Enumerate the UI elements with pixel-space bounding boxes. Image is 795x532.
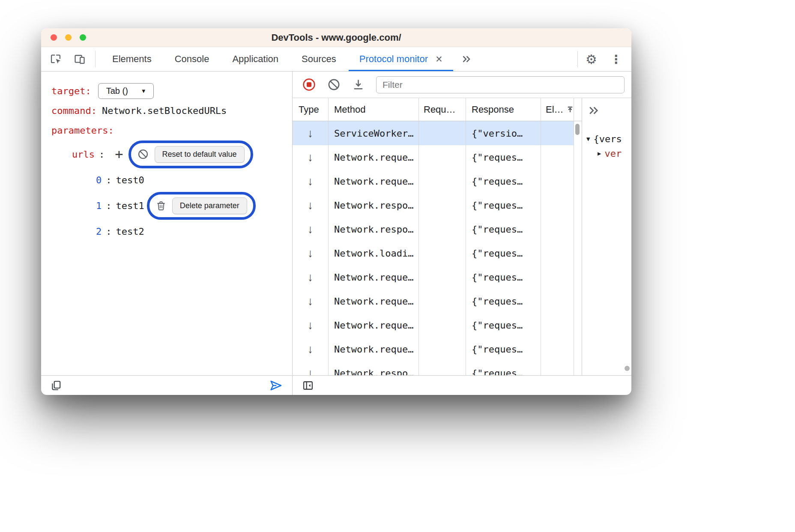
tab-protocol-monitor[interactable]: Protocol monitor × (348, 47, 454, 71)
column-header-type[interactable]: Type (293, 104, 328, 115)
received-arrow-icon: ↓ (308, 320, 314, 331)
table-row[interactable]: ↓ Network.reque… {"reques… (293, 265, 574, 289)
toggle-sidebar-icon[interactable] (302, 380, 314, 392)
row-response: {"reques… (466, 272, 541, 283)
reset-to-default-button[interactable]: Reset to default value (155, 146, 245, 163)
send-command-icon[interactable] (269, 379, 283, 392)
row-method: Network.reque… (328, 344, 418, 355)
command-editor-panel: target: Tab () ▼ command: Network.setBlo… (41, 72, 293, 395)
param-value[interactable]: test2 (116, 226, 144, 237)
toolbar-left-icons (41, 47, 95, 71)
zoom-window-button[interactable] (80, 34, 86, 41)
received-arrow-icon: ↓ (308, 272, 314, 283)
kebab-menu-icon[interactable]: ⋮ (605, 52, 627, 66)
protocol-monitor-panel: Type Method Requ… Response El… (293, 72, 631, 395)
panel-tabs: Elements Console Application Sources Pro… (101, 47, 454, 71)
received-arrow-icon: ↓ (308, 176, 314, 187)
param-row-0: 0 : test0 (51, 168, 292, 191)
sidebar-scrollbar-thumb[interactable] (625, 366, 630, 371)
tab-elements[interactable]: Elements (101, 47, 163, 71)
tree-collapsed-icon[interactable]: ▶ (598, 150, 601, 157)
devtools-window: DevTools - www.google.com/ (41, 28, 631, 395)
tab-console[interactable]: Console (163, 47, 221, 71)
table-row[interactable]: ↓ Network.reque… {"reques… (293, 313, 574, 337)
row-method: Network.reque… (328, 152, 418, 163)
column-header-elapsed[interactable]: El… (541, 104, 582, 115)
device-toolbar-icon[interactable] (74, 53, 86, 65)
record-icon[interactable] (302, 78, 316, 92)
tree-node-root[interactable]: ▼ {vers (586, 132, 631, 146)
devtools-tabbar: Elements Console Application Sources Pro… (41, 47, 631, 72)
row-method: Network.reque… (328, 272, 418, 283)
tabbar-separator-right (577, 51, 578, 67)
received-arrow-icon: ↓ (308, 224, 314, 235)
minimize-window-button[interactable] (65, 34, 72, 41)
inspect-element-icon[interactable] (50, 53, 62, 65)
tabbar-right-icons: ⚙ ⋮ (577, 47, 631, 71)
table-row[interactable]: ↓ Network.respo… {"reques… (293, 193, 574, 217)
filter-input[interactable] (376, 76, 625, 93)
received-arrow-icon: ↓ (308, 200, 314, 211)
response-tree: ▼ {vers ▶ ver (582, 132, 631, 161)
row-method: Network.reque… (328, 320, 418, 331)
traffic-lights (51, 28, 86, 47)
download-icon[interactable] (352, 78, 365, 91)
row-response: {"reques… (466, 152, 541, 163)
param-row-2: 2 : test2 (51, 220, 292, 243)
row-method: Network.respo… (328, 368, 418, 376)
table-row[interactable]: ↓ ServiceWorker… {"versio… (293, 121, 574, 145)
urls-row: urls : + Reset to default value (51, 140, 292, 168)
received-arrow-icon: ↓ (308, 152, 314, 163)
column-header-request[interactable]: Requ… (418, 104, 466, 115)
param-value[interactable]: test0 (116, 175, 144, 185)
tab-application[interactable]: Application (221, 47, 290, 71)
tabbar-separator (95, 51, 96, 67)
command-editor: target: Tab () ▼ command: Network.setBlo… (41, 72, 292, 375)
main-split: target: Tab () ▼ command: Network.setBlo… (41, 72, 631, 395)
close-window-button[interactable] (51, 34, 57, 41)
delete-callout: Delete parameter (147, 192, 256, 220)
column-header-method[interactable]: Method (328, 104, 418, 115)
tree-child-label: ver (604, 148, 622, 159)
copy-command-icon[interactable] (51, 380, 62, 391)
titlebar: DevTools - www.google.com/ (41, 28, 631, 47)
urls-label: urls (72, 149, 95, 160)
table-row[interactable]: ↓ Network.reque… {"reques… (293, 289, 574, 313)
tab-sources[interactable]: Sources (290, 47, 348, 71)
row-response: {"versio… (466, 128, 541, 139)
close-tab-icon[interactable]: × (436, 54, 442, 65)
table-row[interactable]: ↓ Network.loadi… {"reques… (293, 241, 574, 265)
command-row: command: Network.setBlockedURLs (51, 101, 292, 120)
tree-expanded-icon[interactable]: ▼ (586, 135, 590, 142)
detail-sidebar: ▼ {vers ▶ ver (582, 98, 631, 375)
row-method: ServiceWorker… (328, 128, 418, 139)
more-tabs-icon[interactable] (461, 47, 472, 71)
reset-to-default-icon[interactable] (137, 148, 149, 160)
received-arrow-icon: ↓ (308, 128, 314, 139)
table-row[interactable]: ↓ Network.respo… {"reques… (293, 217, 574, 241)
row-response: {"reques… (466, 248, 541, 259)
row-method: Network.reque… (328, 176, 418, 187)
received-arrow-icon: ↓ (308, 368, 314, 376)
scrollbar-thumb[interactable] (575, 124, 580, 135)
trash-icon[interactable] (155, 200, 167, 211)
column-header-response[interactable]: Response (466, 104, 541, 115)
command-value[interactable]: Network.setBlockedURLs (102, 105, 227, 116)
table-row[interactable]: ↓ Network.reque… {"reques… (293, 169, 574, 193)
row-method: Network.reque… (328, 296, 418, 307)
tree-node-child[interactable]: ▶ ver (598, 146, 631, 161)
target-select-value: Tab () (106, 86, 128, 96)
table-row[interactable]: ↓ Network.reque… {"reques… (293, 145, 574, 169)
delete-parameter-button[interactable]: Delete parameter (172, 197, 247, 214)
settings-gear-icon[interactable]: ⚙ (580, 52, 603, 67)
row-response: {"reques… (466, 200, 541, 211)
target-select[interactable]: Tab () ▼ (98, 83, 154, 99)
param-index: 1 (96, 200, 102, 211)
table-row[interactable]: ↓ Network.reque… {"reques… (293, 337, 574, 361)
expand-sidebar-icon[interactable] (582, 98, 600, 117)
param-value[interactable]: test1 (116, 200, 144, 211)
row-method: Network.respo… (328, 200, 418, 211)
clear-icon[interactable] (327, 78, 341, 91)
table-row[interactable]: ↓ Network.respo… {"reques… (293, 361, 574, 375)
add-parameter-icon[interactable]: + (115, 147, 123, 161)
